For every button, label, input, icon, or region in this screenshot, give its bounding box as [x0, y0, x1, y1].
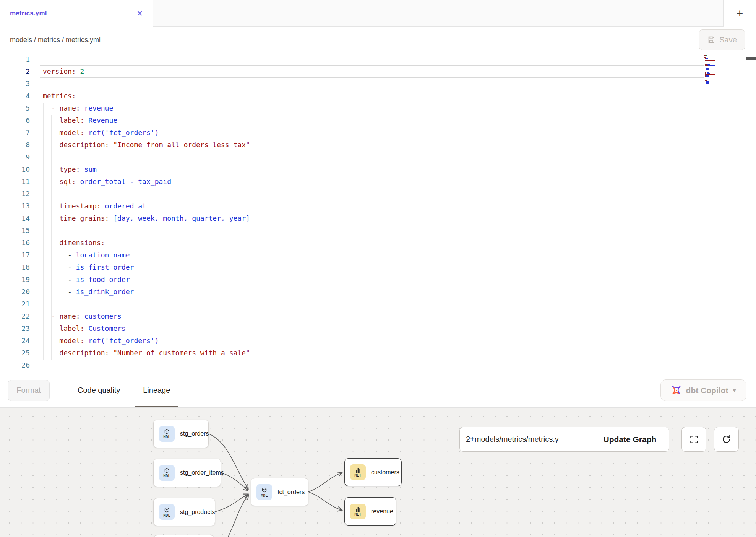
fullscreen-button[interactable] — [681, 427, 706, 452]
code-line: 23 label: Customers — [0, 322, 756, 335]
node-label: revenue — [371, 508, 393, 515]
line-number: 10 — [0, 163, 40, 176]
line-number: 9 — [0, 151, 40, 163]
code-line: 9 — [0, 151, 756, 163]
new-tab-button[interactable]: + — [737, 7, 743, 20]
edge-fct_orders-to-revenue — [308, 492, 342, 510]
node-label: stg_orders — [180, 430, 209, 437]
code-line: 4metrics: — [0, 90, 756, 102]
code-line: 10 type: sum — [0, 163, 756, 176]
code-editor[interactable]: 12version: 234metrics:5 - name: revenue6… — [0, 53, 756, 373]
lineage-node-fct_orders[interactable]: MDLfct_orders — [251, 478, 308, 506]
line-number: 24 — [0, 335, 40, 347]
line-number: 22 — [0, 310, 40, 322]
update-graph-button[interactable]: Update Graph — [591, 427, 669, 451]
lineage-canvas[interactable]: MDLstg_ordersMDLstg_order_itemsMDLstg_pr… — [0, 407, 756, 537]
lineage-node-stg_order_items[interactable]: MDLstg_order_items — [153, 459, 221, 487]
code-line: 15 — [0, 225, 756, 237]
lineage-node-stg_orders[interactable]: MDLstg_orders — [153, 420, 209, 448]
code-line: 26 — [0, 359, 756, 371]
line-number: 6 — [0, 114, 40, 127]
code-line: 25 description: "Number of customers wit… — [0, 347, 756, 359]
code-line: 16 dimensions: — [0, 237, 756, 249]
dbt-copilot-button[interactable]: dbt Copilot ▾ — [660, 379, 746, 401]
code-line: 22 - name: customers — [0, 310, 756, 322]
line-number: 13 — [0, 200, 40, 212]
line-number: 26 — [0, 359, 40, 371]
line-number: 18 — [0, 261, 40, 273]
tab-bar-filler — [153, 0, 723, 27]
code-line: 8 description: "Income from all orders l… — [0, 139, 756, 151]
node-label: fct_orders — [277, 489, 305, 496]
dbt-copilot-icon — [671, 385, 681, 395]
code-line: 21 — [0, 298, 756, 310]
graph-filter-input[interactable] — [460, 427, 591, 451]
chevron-down-icon: ▾ — [733, 387, 736, 394]
graph-filter-group: Update Graph — [459, 427, 669, 452]
code-line: 19 - is_food_order — [0, 273, 756, 286]
line-number: 11 — [0, 176, 40, 188]
line-number: 20 — [0, 286, 40, 298]
indent-guide — [60, 249, 60, 298]
tab-metrics-yml[interactable]: metrics.yml ✕ — [0, 0, 153, 27]
line-number: 21 — [0, 298, 40, 310]
code-line: 5 - name: revenue — [0, 102, 756, 114]
node-label: stg_products — [180, 509, 215, 516]
indent-guide — [51, 115, 52, 360]
metric-icon: MET — [350, 464, 366, 480]
tab-title: metrics.yml — [10, 10, 47, 17]
line-number: 5 — [0, 102, 40, 114]
refresh-icon — [721, 434, 732, 444]
line-number: 1 — [0, 53, 40, 65]
code-line: 2version: 2 — [0, 65, 756, 78]
lineage-node-customers[interactable]: METcustomers — [344, 458, 402, 486]
code-line: 7 model: ref('fct_orders') — [0, 127, 756, 139]
tab-bar: metrics.yml ✕ + — [0, 0, 756, 27]
line-number: 19 — [0, 273, 40, 286]
model-icon: MDL — [256, 484, 272, 500]
lineage-node-partial[interactable] — [153, 535, 214, 537]
code-line: 17 - location_name — [0, 249, 756, 261]
code-line: 3 — [0, 78, 756, 90]
tab-lineage[interactable]: Lineage — [131, 373, 182, 408]
edge-fct_orders-to-customers — [308, 473, 342, 492]
line-number: 12 — [0, 188, 40, 200]
line-number: 8 — [0, 139, 40, 151]
tab-code-quality[interactable]: Code quality — [66, 373, 131, 408]
line-number: 15 — [0, 225, 40, 237]
refresh-button[interactable] — [714, 427, 739, 452]
overview-ruler-marker — [746, 57, 756, 60]
code-lines: 12version: 234metrics:5 - name: revenue6… — [0, 53, 756, 371]
ide-window: metrics.yml ✕ + models / metrics / metri… — [0, 0, 756, 537]
model-icon: MDL — [159, 465, 175, 481]
line-number: 25 — [0, 347, 40, 359]
line-number: 2 — [0, 65, 40, 78]
lineage-node-stg_products[interactable]: MDLstg_products — [153, 498, 215, 526]
fullscreen-icon — [689, 434, 699, 444]
indent-guide — [43, 103, 44, 360]
close-icon[interactable]: ✕ — [136, 10, 143, 17]
edge-stg_order_items-to-fct_orders — [221, 473, 248, 490]
format-button[interactable]: Format — [8, 380, 50, 401]
metric-icon: MET — [350, 504, 366, 519]
lineage-node-revenue[interactable]: METrevenue — [344, 497, 396, 526]
line-number: 14 — [0, 212, 40, 225]
save-label: Save — [719, 36, 737, 44]
code-line: 20 - is_drink_order — [0, 286, 756, 298]
code-line: 24 model: ref('fct_orders') — [0, 335, 756, 347]
code-line: 12 — [0, 188, 756, 200]
code-line: 6 label: Revenue — [0, 114, 756, 127]
code-line: 11 sql: order_total - tax_paid — [0, 176, 756, 188]
code-line: 18 - is_first_order — [0, 261, 756, 273]
line-number: 4 — [0, 90, 40, 102]
minimap[interactable] — [704, 55, 735, 84]
code-line: 14 time_grains: [day, week, month, quart… — [0, 212, 756, 225]
new-tab-section: + — [723, 0, 756, 27]
edge-stg_products-to-fct_orders — [215, 494, 248, 512]
save-button[interactable]: Save — [699, 29, 745, 50]
line-number: 7 — [0, 127, 40, 139]
save-icon — [707, 36, 715, 44]
node-label: stg_order_items — [180, 469, 224, 476]
line-number: 23 — [0, 322, 40, 335]
dbt-copilot-label: dbt Copilot — [686, 386, 728, 395]
